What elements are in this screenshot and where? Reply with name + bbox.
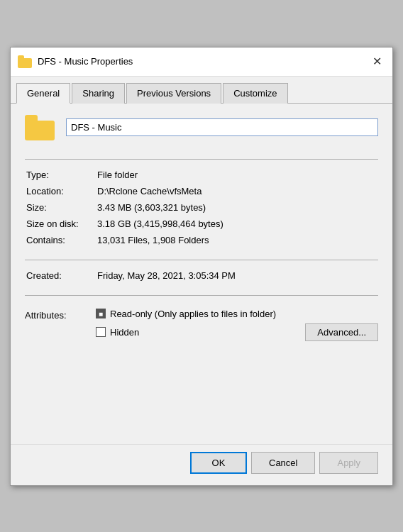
table-row: Contains: 13,031 Files, 1,908 Folders [25, 232, 378, 248]
advanced-button[interactable]: Advanced... [305, 323, 378, 341]
apply-button[interactable]: Apply [319, 452, 378, 474]
readonly-row: ■ Read-only (Only applies to files in fo… [96, 309, 378, 319]
created-table: Created: Friday, May 28, 2021, 3:05:34 P… [25, 267, 378, 284]
location-value: D:\Rclone Cache\vfsMeta [96, 183, 378, 199]
attributes-row: Attributes: ■ Read-only (Only applies to… [25, 309, 378, 341]
tab-general[interactable]: General [16, 83, 70, 104]
hidden-row: Hidden [96, 327, 139, 338]
size-on-disk-value: 3.18 GB (3,415,998,464 bytes) [96, 216, 378, 232]
location-label: Location: [25, 183, 96, 199]
title-bar-left: DFS - Music Properties [18, 55, 133, 68]
content-area: Type: File folder Location: D:\Rclone Ca… [11, 104, 392, 444]
readonly-label: Read-only (Only applies to files in fold… [110, 309, 276, 319]
contains-value: 13,031 Files, 1,908 Folders [96, 232, 378, 248]
hidden-checkbox[interactable] [96, 327, 106, 337]
type-value: File folder [96, 167, 378, 183]
tab-customize[interactable]: Customize [223, 83, 287, 104]
size-value: 3.43 MB (3,603,321 bytes) [96, 199, 378, 216]
type-label: Type: [25, 167, 96, 183]
bottom-buttons: OK Cancel Apply [11, 444, 392, 485]
divider-1 [25, 159, 378, 160]
hidden-label: Hidden [110, 327, 139, 338]
contains-label: Contains: [25, 232, 96, 248]
tab-sharing[interactable]: Sharing [72, 83, 125, 104]
created-label: Created: [25, 267, 96, 284]
table-row: Created: Friday, May 28, 2021, 3:05:34 P… [25, 267, 378, 284]
created-value: Friday, May 28, 2021, 3:05:34 PM [96, 267, 378, 284]
title-bar: DFS - Music Properties ✕ [11, 48, 392, 77]
attributes-controls: ■ Read-only (Only applies to files in fo… [96, 309, 378, 341]
folder-section [25, 115, 378, 140]
attributes-label: Attributes: [25, 309, 96, 321]
table-row: Size: 3.43 MB (3,603,321 bytes) [25, 199, 378, 216]
divider-2 [25, 260, 378, 260]
table-row: Location: D:\Rclone Cache\vfsMeta [25, 183, 378, 199]
folder-icon-title [18, 55, 32, 68]
properties-table: Type: File folder Location: D:\Rclone Ca… [25, 167, 378, 248]
cancel-button[interactable]: Cancel [251, 452, 315, 474]
tab-bar: General Sharing Previous Versions Custom… [11, 77, 392, 104]
close-button[interactable]: ✕ [368, 53, 385, 70]
folder-name-input[interactable] [66, 118, 378, 136]
attributes-section: Attributes: ■ Read-only (Only applies to… [25, 309, 378, 341]
table-row: Type: File folder [25, 167, 378, 183]
properties-window: DFS - Music Properties ✕ General Sharing… [10, 47, 393, 486]
size-label: Size: [25, 199, 96, 216]
divider-3 [25, 295, 378, 296]
readonly-checkbox[interactable]: ■ [96, 309, 106, 318]
window-title: DFS - Music Properties [38, 56, 133, 67]
ok-button[interactable]: OK [190, 452, 247, 474]
size-on-disk-label: Size on disk: [25, 216, 96, 232]
folder-icon-large [25, 115, 55, 140]
table-row: Size on disk: 3.18 GB (3,415,998,464 byt… [25, 216, 378, 232]
tab-previous-versions[interactable]: Previous Versions [126, 83, 221, 104]
